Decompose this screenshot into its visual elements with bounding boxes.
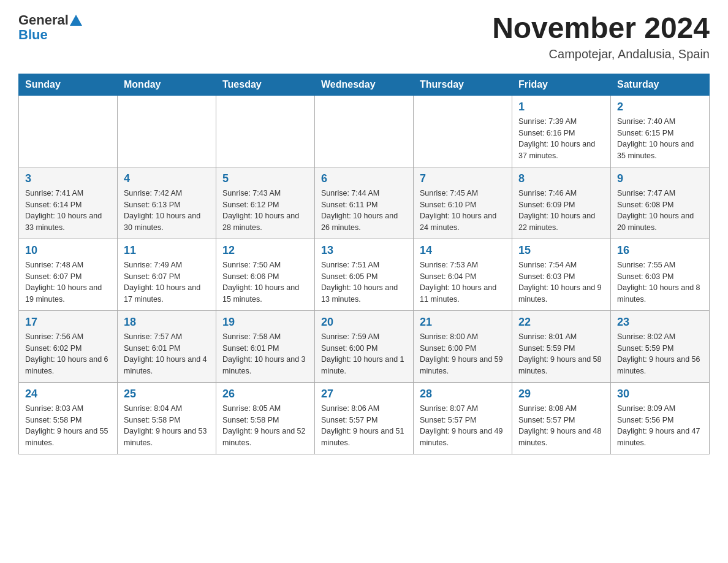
calendar-cell: 21Sunrise: 8:00 AM Sunset: 6:00 PM Dayli… bbox=[414, 310, 512, 382]
day-info: Sunrise: 8:03 AM Sunset: 5:58 PM Dayligh… bbox=[25, 403, 111, 449]
calendar-cell: 25Sunrise: 8:04 AM Sunset: 5:58 PM Dayli… bbox=[118, 382, 216, 454]
calendar-header: SundayMondayTuesdayWednesdayThursdayFrid… bbox=[19, 74, 710, 95]
calendar-cell: 9Sunrise: 7:47 AM Sunset: 6:08 PM Daylig… bbox=[611, 167, 710, 239]
calendar-cell: 1Sunrise: 7:39 AM Sunset: 6:16 PM Daylig… bbox=[512, 95, 611, 167]
day-number: 24 bbox=[25, 388, 111, 400]
location-text: Campotejar, Andalusia, Spain bbox=[492, 47, 710, 61]
calendar-week-1: 1Sunrise: 7:39 AM Sunset: 6:16 PM Daylig… bbox=[19, 95, 710, 167]
day-info: Sunrise: 7:46 AM Sunset: 6:09 PM Dayligh… bbox=[518, 188, 604, 234]
calendar-cell bbox=[19, 95, 118, 167]
day-number: 25 bbox=[124, 388, 210, 400]
calendar-cell bbox=[315, 95, 414, 167]
day-info: Sunrise: 7:41 AM Sunset: 6:14 PM Dayligh… bbox=[25, 188, 111, 234]
day-number: 19 bbox=[222, 316, 308, 329]
day-info: Sunrise: 7:47 AM Sunset: 6:08 PM Dayligh… bbox=[617, 188, 703, 234]
calendar-cell: 22Sunrise: 8:01 AM Sunset: 5:59 PM Dayli… bbox=[512, 310, 611, 382]
day-number: 6 bbox=[321, 172, 407, 185]
column-header-wednesday: Wednesday bbox=[315, 74, 414, 95]
day-info: Sunrise: 7:42 AM Sunset: 6:13 PM Dayligh… bbox=[124, 188, 210, 234]
calendar-cell bbox=[216, 95, 315, 167]
calendar-cell: 8Sunrise: 7:46 AM Sunset: 6:09 PM Daylig… bbox=[512, 167, 611, 239]
calendar-cell: 18Sunrise: 7:57 AM Sunset: 6:01 PM Dayli… bbox=[118, 310, 216, 382]
calendar-body: 1Sunrise: 7:39 AM Sunset: 6:16 PM Daylig… bbox=[19, 95, 710, 454]
logo: General Blue bbox=[18, 12, 83, 43]
calendar-cell: 3Sunrise: 7:41 AM Sunset: 6:14 PM Daylig… bbox=[19, 167, 118, 239]
day-number: 18 bbox=[124, 316, 210, 329]
calendar-cell: 7Sunrise: 7:45 AM Sunset: 6:10 PM Daylig… bbox=[414, 167, 512, 239]
column-header-sunday: Sunday bbox=[19, 74, 118, 95]
header-row: SundayMondayTuesdayWednesdayThursdayFrid… bbox=[19, 74, 710, 95]
calendar-week-3: 10Sunrise: 7:48 AM Sunset: 6:07 PM Dayli… bbox=[19, 239, 710, 310]
calendar-cell: 14Sunrise: 7:53 AM Sunset: 6:04 PM Dayli… bbox=[414, 239, 512, 310]
page-header: General Blue November 2024 Campotejar, A… bbox=[18, 12, 710, 61]
day-number: 27 bbox=[321, 388, 407, 400]
day-number: 23 bbox=[617, 316, 703, 329]
calendar-cell bbox=[414, 95, 512, 167]
calendar-cell: 12Sunrise: 7:50 AM Sunset: 6:06 PM Dayli… bbox=[216, 239, 315, 310]
day-number: 26 bbox=[222, 388, 308, 400]
day-info: Sunrise: 7:39 AM Sunset: 6:16 PM Dayligh… bbox=[518, 116, 604, 162]
day-info: Sunrise: 7:58 AM Sunset: 6:01 PM Dayligh… bbox=[222, 331, 308, 377]
calendar-cell: 13Sunrise: 7:51 AM Sunset: 6:05 PM Dayli… bbox=[315, 239, 414, 310]
day-info: Sunrise: 8:02 AM Sunset: 5:59 PM Dayligh… bbox=[617, 331, 703, 377]
day-info: Sunrise: 8:01 AM Sunset: 5:59 PM Dayligh… bbox=[518, 331, 604, 377]
calendar-cell: 24Sunrise: 8:03 AM Sunset: 5:58 PM Dayli… bbox=[19, 382, 118, 454]
calendar-table: SundayMondayTuesdayWednesdayThursdayFrid… bbox=[18, 74, 710, 454]
calendar-cell: 28Sunrise: 8:07 AM Sunset: 5:57 PM Dayli… bbox=[414, 382, 512, 454]
calendar-week-5: 24Sunrise: 8:03 AM Sunset: 5:58 PM Dayli… bbox=[19, 382, 710, 454]
day-number: 3 bbox=[25, 172, 111, 185]
day-info: Sunrise: 7:56 AM Sunset: 6:02 PM Dayligh… bbox=[25, 331, 111, 377]
calendar-cell: 30Sunrise: 8:09 AM Sunset: 5:56 PM Dayli… bbox=[611, 382, 710, 454]
day-info: Sunrise: 8:04 AM Sunset: 5:58 PM Dayligh… bbox=[124, 403, 210, 449]
day-number: 21 bbox=[420, 316, 506, 329]
day-info: Sunrise: 7:53 AM Sunset: 6:04 PM Dayligh… bbox=[420, 259, 506, 305]
month-title: November 2024 bbox=[492, 12, 710, 45]
day-info: Sunrise: 8:07 AM Sunset: 5:57 PM Dayligh… bbox=[420, 403, 506, 449]
calendar-cell: 5Sunrise: 7:43 AM Sunset: 6:12 PM Daylig… bbox=[216, 167, 315, 239]
calendar-cell: 4Sunrise: 7:42 AM Sunset: 6:13 PM Daylig… bbox=[118, 167, 216, 239]
calendar-cell: 6Sunrise: 7:44 AM Sunset: 6:11 PM Daylig… bbox=[315, 167, 414, 239]
calendar-cell: 19Sunrise: 7:58 AM Sunset: 6:01 PM Dayli… bbox=[216, 310, 315, 382]
calendar-cell: 27Sunrise: 8:06 AM Sunset: 5:57 PM Dayli… bbox=[315, 382, 414, 454]
day-info: Sunrise: 8:06 AM Sunset: 5:57 PM Dayligh… bbox=[321, 403, 407, 449]
calendar-cell: 16Sunrise: 7:55 AM Sunset: 6:03 PM Dayli… bbox=[611, 239, 710, 310]
calendar-cell: 20Sunrise: 7:59 AM Sunset: 6:00 PM Dayli… bbox=[315, 310, 414, 382]
logo-blue-text: Blue bbox=[18, 27, 48, 43]
day-number: 4 bbox=[124, 172, 210, 185]
day-info: Sunrise: 7:45 AM Sunset: 6:10 PM Dayligh… bbox=[420, 188, 506, 234]
column-header-saturday: Saturday bbox=[611, 74, 710, 95]
day-number: 20 bbox=[321, 316, 407, 329]
day-info: Sunrise: 7:49 AM Sunset: 6:07 PM Dayligh… bbox=[124, 259, 210, 305]
day-info: Sunrise: 7:54 AM Sunset: 6:03 PM Dayligh… bbox=[518, 259, 604, 305]
calendar-cell: 10Sunrise: 7:48 AM Sunset: 6:07 PM Dayli… bbox=[19, 239, 118, 310]
day-info: Sunrise: 7:55 AM Sunset: 6:03 PM Dayligh… bbox=[617, 259, 703, 305]
day-number: 5 bbox=[222, 172, 308, 185]
day-number: 28 bbox=[420, 388, 506, 400]
column-header-thursday: Thursday bbox=[414, 74, 512, 95]
day-number: 1 bbox=[518, 101, 604, 113]
column-header-monday: Monday bbox=[118, 74, 216, 95]
day-number: 29 bbox=[518, 388, 604, 400]
day-number: 7 bbox=[420, 172, 506, 185]
day-info: Sunrise: 7:50 AM Sunset: 6:06 PM Dayligh… bbox=[222, 259, 308, 305]
calendar-cell: 29Sunrise: 8:08 AM Sunset: 5:57 PM Dayli… bbox=[512, 382, 611, 454]
calendar-cell bbox=[118, 95, 216, 167]
calendar-cell: 23Sunrise: 8:02 AM Sunset: 5:59 PM Dayli… bbox=[611, 310, 710, 382]
calendar-cell: 17Sunrise: 7:56 AM Sunset: 6:02 PM Dayli… bbox=[19, 310, 118, 382]
day-number: 12 bbox=[222, 244, 308, 257]
calendar-cell: 2Sunrise: 7:40 AM Sunset: 6:15 PM Daylig… bbox=[611, 95, 710, 167]
day-number: 15 bbox=[518, 244, 604, 257]
day-number: 8 bbox=[518, 172, 604, 185]
calendar-cell: 15Sunrise: 7:54 AM Sunset: 6:03 PM Dayli… bbox=[512, 239, 611, 310]
day-info: Sunrise: 7:44 AM Sunset: 6:11 PM Dayligh… bbox=[321, 188, 407, 234]
day-number: 14 bbox=[420, 244, 506, 257]
day-number: 11 bbox=[124, 244, 210, 257]
logo-general-text: General bbox=[18, 12, 69, 28]
day-info: Sunrise: 7:51 AM Sunset: 6:05 PM Dayligh… bbox=[321, 259, 407, 305]
day-info: Sunrise: 7:59 AM Sunset: 6:00 PM Dayligh… bbox=[321, 331, 407, 377]
logo-triangle-icon bbox=[70, 15, 82, 26]
day-number: 17 bbox=[25, 316, 111, 329]
column-header-tuesday: Tuesday bbox=[216, 74, 315, 95]
day-info: Sunrise: 8:08 AM Sunset: 5:57 PM Dayligh… bbox=[518, 403, 604, 449]
calendar-cell: 26Sunrise: 8:05 AM Sunset: 5:58 PM Dayli… bbox=[216, 382, 315, 454]
